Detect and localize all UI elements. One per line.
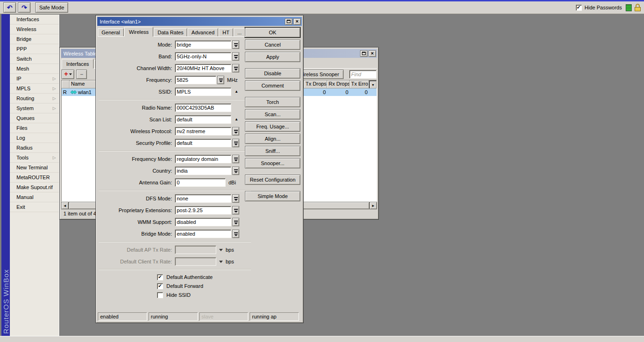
column-header-tx-drops[interactable]: Tx Drops (304, 80, 327, 88)
maximize-button[interactable] (360, 50, 368, 57)
column-selector-button[interactable]: ▼ (369, 80, 377, 88)
wmm-support-input[interactable] (175, 218, 231, 226)
wireless-protocol-input[interactable] (175, 127, 231, 135)
sidebar-item-queues[interactable]: Queues (10, 113, 59, 123)
band-input[interactable] (175, 52, 231, 61)
sidebar-item-switch[interactable]: Switch (10, 54, 59, 64)
hide-ssid-checkbox[interactable] (157, 292, 163, 298)
frequency-mode-dropdown-button[interactable] (232, 155, 239, 163)
country-input[interactable] (175, 167, 231, 175)
tab-general[interactable]: General (98, 28, 124, 36)
default-ap-tx-rate-input[interactable] (175, 246, 216, 254)
bridge-mode-input[interactable] (175, 230, 231, 238)
sidebar-item-bridge[interactable]: Bridge (10, 34, 59, 44)
freq-usage-button[interactable]: Freq. Usage... (245, 121, 300, 132)
sidebar-item-make-supout-rif[interactable]: Make Supout.rif (10, 183, 59, 192)
collapse-arrow-icon[interactable]: ▲ (235, 118, 238, 121)
dropdown-arrow-icon[interactable] (219, 261, 223, 263)
sidebar-item-radius[interactable]: Radius (10, 143, 59, 153)
align-button[interactable]: Align... (245, 134, 300, 144)
find-input[interactable] (349, 70, 377, 79)
sidebar-item-ppp[interactable]: PPP (10, 44, 59, 54)
app-bottom-border (0, 336, 644, 342)
column-header-tx-errors[interactable]: Tx Erro (350, 80, 369, 88)
wmm-support-dropdown-button[interactable] (232, 218, 239, 226)
security-profile-dropdown-button[interactable] (232, 139, 239, 147)
sidebar-item-routing[interactable]: Routing▷ (10, 94, 59, 103)
hide-passwords-checkbox[interactable]: ✔ (576, 5, 582, 11)
sidebar-item-label: Manual (16, 194, 56, 200)
default-client-tx-rate-input[interactable] (175, 257, 216, 266)
disable-button[interactable]: Disable (245, 68, 300, 79)
close-button[interactable]: × (369, 50, 376, 57)
maximize-button[interactable] (285, 18, 292, 25)
redo-button[interactable]: ↷ (18, 2, 31, 13)
scan-list-input[interactable] (175, 115, 231, 124)
dialog-titlebar[interactable]: Interface <wlan1> × (97, 17, 302, 26)
dfs-mode-dropdown-button[interactable] (232, 194, 239, 203)
tab-interfaces[interactable]: Interfaces (62, 59, 94, 69)
mode-dropdown-button[interactable] (232, 40, 239, 49)
column-header-rx-drops[interactable]: Rx Drops (327, 80, 350, 88)
country-dropdown-button[interactable] (232, 167, 239, 175)
sidebar-item-manual[interactable]: Manual (10, 192, 59, 202)
ssid-input[interactable] (175, 87, 231, 96)
mode-input[interactable] (175, 40, 231, 49)
proprietary-extensions-input[interactable] (175, 206, 231, 215)
simple-mode-button[interactable]: Simple Mode (245, 191, 300, 201)
sidebar-item-interfaces[interactable]: Interfaces (10, 15, 59, 24)
dropdown-icon (234, 130, 238, 134)
tab-ht[interactable]: HT (219, 28, 233, 36)
sniff-button[interactable]: Sniff... (245, 146, 300, 156)
cancel-button[interactable]: Cancel (245, 40, 300, 50)
scan-button[interactable]: Scan... (245, 109, 300, 119)
wireless-protocol-dropdown-button[interactable] (232, 127, 239, 135)
remove-button[interactable]: − (76, 70, 87, 79)
security-profile-input[interactable] (175, 139, 231, 147)
torch-button[interactable]: Torch (245, 97, 300, 107)
wireless-interface-icon (71, 90, 77, 95)
close-button[interactable]: × (293, 18, 301, 25)
bridge-mode-dropdown-button[interactable] (232, 230, 239, 238)
tab-data-rates[interactable]: Data Rates (154, 28, 187, 36)
default-forward-checkbox[interactable]: ✔ (157, 283, 163, 289)
column-header-flags[interactable] (62, 80, 70, 88)
sidebar-item-new-terminal[interactable]: New Terminal (10, 163, 59, 173)
antenna-gain-input[interactable] (175, 178, 226, 187)
channel-width-dropdown-button[interactable] (232, 64, 239, 72)
ok-button[interactable]: OK (245, 27, 300, 38)
scroll-left-button[interactable]: ◄ (61, 202, 69, 209)
channel-width-input[interactable] (175, 64, 231, 72)
sidebar-item-log[interactable]: Log (10, 133, 59, 143)
sidebar-item-files[interactable]: Files (10, 123, 59, 133)
sidebar-item-metarouter[interactable]: MetaROUTER (10, 173, 59, 183)
tab-advanced[interactable]: Advanced (188, 28, 218, 36)
default-authenticate-checkbox[interactable]: ✔ (157, 274, 163, 280)
sidebar-item-wireless[interactable]: Wireless (10, 24, 59, 34)
tab-wireless[interactable]: Wireless (124, 27, 153, 37)
frequency-input[interactable] (175, 76, 216, 84)
frequency-mode-input[interactable] (175, 155, 231, 163)
scroll-right-button[interactable]: ► (369, 202, 377, 209)
snooper-button[interactable]: Snooper... (245, 158, 300, 168)
sidebar-item-mpls[interactable]: MPLS▷ (10, 84, 59, 94)
sidebar-item-ip[interactable]: IP▷ (10, 74, 59, 84)
add-button[interactable]: + (62, 70, 74, 79)
comment-button[interactable]: Comment (245, 80, 300, 91)
dfs-mode-input[interactable] (175, 194, 231, 203)
tab-more[interactable]: ... (234, 28, 245, 36)
dropdown-arrow-icon[interactable] (219, 249, 223, 251)
sidebar-item-mesh[interactable]: Mesh (10, 64, 59, 74)
apply-button[interactable]: Apply (245, 52, 300, 62)
sidebar-item-exit[interactable]: Exit (10, 202, 59, 212)
undo-button[interactable]: ↶ (3, 2, 16, 13)
sidebar-item-tools[interactable]: Tools▷ (10, 153, 59, 163)
sidebar-item-system[interactable]: System▷ (10, 103, 59, 113)
band-dropdown-button[interactable] (232, 52, 239, 61)
radio-name-input[interactable] (175, 103, 231, 112)
frequency-dropdown-button[interactable] (217, 76, 224, 84)
proprietary-extensions-dropdown-button[interactable] (232, 206, 239, 215)
reset-configuration-button[interactable]: Reset Configuration (245, 175, 300, 185)
collapse-arrow-icon[interactable]: ▲ (235, 90, 238, 94)
safe-mode-button[interactable]: Safe Mode (35, 2, 68, 13)
